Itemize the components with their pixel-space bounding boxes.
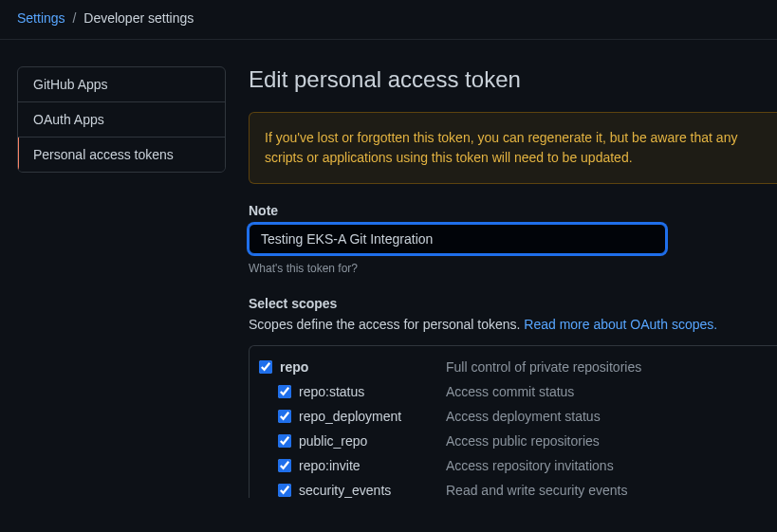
scope-checkbox-public-repo[interactable]: [278, 434, 291, 448]
oauth-scopes-link[interactable]: Read more about OAuth scopes.: [524, 317, 717, 332]
scope-name: repo_deployment: [299, 409, 446, 424]
scope-desc: Access deployment status: [446, 409, 601, 424]
scopes-box: repo Full control of private repositorie…: [249, 345, 777, 498]
scopes-description: Scopes define the access for personal to…: [249, 317, 777, 332]
breadcrumb: Settings / Developer settings: [0, 0, 777, 40]
scope-row-repo-invite: repo:invite Access repository invitation…: [259, 458, 768, 473]
scope-desc: Access repository invitations: [446, 458, 614, 473]
scope-row-public-repo: public_repo Access public repositories: [259, 433, 768, 449]
scope-row-repo-deployment: repo_deployment Access deployment status: [259, 409, 768, 424]
sidebar-item-oauth-apps[interactable]: OAuth Apps: [18, 102, 225, 138]
sidebar: GitHub Apps OAuth Apps Personal access t…: [17, 66, 226, 507]
scope-desc: Full control of private repositories: [446, 359, 641, 375]
scope-desc: Read and write security events: [446, 483, 627, 498]
page-title: Edit personal access token: [249, 66, 777, 93]
note-label: Note: [249, 203, 777, 218]
note-hint: What's this token for?: [249, 262, 777, 275]
scope-checkbox-repo-deployment[interactable]: [278, 410, 291, 423]
scope-name: public_repo: [299, 433, 446, 449]
scope-row-security-events: security_events Read and write security …: [259, 483, 768, 498]
warning-flash: If you've lost or forgotten this token, …: [249, 112, 777, 184]
breadcrumb-separator: /: [72, 10, 76, 26]
sidebar-item-github-apps[interactable]: GitHub Apps: [18, 67, 225, 102]
scope-name: repo: [280, 359, 446, 375]
scope-desc: Access commit status: [446, 384, 574, 399]
scopes-desc-text: Scopes define the access for personal to…: [249, 317, 524, 332]
sidebar-item-personal-access-tokens[interactable]: Personal access tokens: [18, 138, 225, 172]
scope-checkbox-repo-status[interactable]: [278, 385, 291, 398]
scope-name: security_events: [299, 483, 446, 498]
main-content: Edit personal access token If you've los…: [249, 66, 777, 507]
scope-checkbox-repo-invite[interactable]: [278, 459, 291, 472]
scopes-title: Select scopes: [249, 296, 777, 311]
scope-name: repo:status: [299, 384, 446, 399]
breadcrumb-current: Developer settings: [83, 10, 194, 26]
note-input[interactable]: [249, 224, 666, 254]
scope-checkbox-security-events[interactable]: [278, 484, 291, 497]
scope-desc: Access public repositories: [446, 433, 600, 449]
scope-checkbox-repo[interactable]: [259, 360, 272, 374]
breadcrumb-root-link[interactable]: Settings: [17, 10, 65, 26]
scope-row-repo: repo Full control of private repositorie…: [259, 359, 768, 375]
scope-name: repo:invite: [299, 458, 446, 473]
scope-row-repo-status: repo:status Access commit status: [259, 384, 768, 399]
